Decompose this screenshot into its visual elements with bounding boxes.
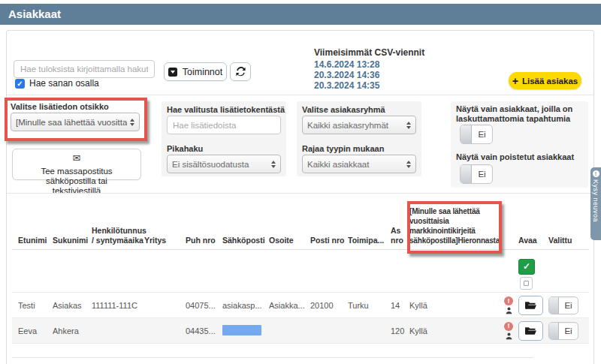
refresh-button[interactable] [230,62,251,81]
type-filter-label: Rajaa tyypin mukaan [302,144,384,153]
col-header-toimipaikka: Toimipa... [348,236,391,245]
customer-group-select[interactable]: Kaikki asiakasryhmät [302,116,416,134]
col-header-osoite: Osoite [269,236,310,245]
deleted-toggle[interactable]: Ei [460,164,493,184]
cell-toimipaikka: Turku [348,301,391,310]
checkbox-empty-icon [524,281,529,286]
help-tab-label: Kysy neuvoa [592,179,599,222]
plus-icon: + [512,76,518,86]
col-header-as-nro: As nro [391,226,409,245]
warning-circle-icon: ! [504,322,513,331]
cell-marketing: Kyllä [409,301,499,310]
col-header-valittu: Valittu [548,236,589,245]
select-arrows-icon [271,161,276,168]
extra-info-title-select[interactable]: [Minulle saa lähettää vuosittaisia [11,113,140,131]
divider [7,95,593,95]
cell-etunimi: Testi [18,301,53,310]
cell-marketing: Kyllä [409,326,499,335]
table-row[interactable]: Eeva Ahkera 04435... 120 Kyllä ! Ei [12,318,589,344]
partial-word-label: Hae sanan osalla [29,78,99,89]
csv-export-link[interactable]: 14.6.2024 13:28 [314,59,424,70]
select-all-checkbox[interactable] [520,277,533,290]
col-header-marketing: [Minulle saa lähettää vuosittaisia markk… [409,206,499,245]
divider [7,193,593,194]
caret-square-down-icon [168,68,177,77]
col-header-sukunimi: Sukunimi [53,236,92,245]
toggle-knob [549,297,559,314]
csv-export-link[interactable]: 20.3.2024 14:35 [314,80,424,91]
cell-posti-nro: 20100 [310,301,348,310]
cell-osoite: Asiakka... [269,301,310,310]
table-header-row: Etunimi Sukunimi Henkilötunnus / syntymä… [12,197,589,250]
cell-sukunimi: Ahkera [53,326,92,335]
toggle-knob [549,323,559,339]
cell-sahkoposti [222,325,269,337]
col-header-yritys: Yritys [144,236,186,245]
csv-exports: Viimeisimmät CSV-viennit 14.6.2024 13:28… [314,47,424,91]
col-header-henkilotunnus: Henkilötunnus / syntymäaika [92,226,144,245]
cell-as-nro: 14 [391,301,409,310]
select-arrows-icon [406,122,411,129]
col-header-sahkoposti: Sähköposti [222,236,269,245]
add-customer-button[interactable]: + Lisää asiakas [509,72,581,89]
search-input[interactable] [14,60,155,78]
warning-circle-icon: ! [504,296,513,305]
extra-info-search-label: Hae valitusta lisätietokentästä [167,105,285,114]
unbilled-toggle[interactable]: Ei [460,125,493,144]
cell-sukunimi: Asiakas [53,301,92,310]
unbilled-toggle-label: Näytä vain asiakkaat, joilla on laskutta… [456,104,585,124]
csv-export-link[interactable]: 20.3.2024 14:36 [314,70,424,80]
table-row[interactable]: Testi Asiakas 111111-111C 04075... asiak… [12,293,589,318]
folder-open-icon [525,326,536,335]
extra-info-search-input[interactable] [167,116,281,134]
col-header-etunimi: Etunimi [18,236,53,245]
quick-search-label: Pikahaku [167,144,203,153]
col-header-puh-nro: Puh nro [186,236,222,245]
help-tab[interactable]: ! Kysy neuvoa [590,167,601,240]
mass-mail-button[interactable]: ✉ Tee massapostitus sähköpostilla tai te… [12,149,141,180]
envelope-icon: ✉ [73,152,81,164]
cell-puh-nro: 04075... [186,301,222,310]
toggle-knob [461,165,472,183]
type-filter-select[interactable]: Kaikki asiakkaat [302,155,416,173]
divider [12,357,533,358]
partial-word-option: ✓ Hae sanan osalla [15,78,99,89]
quick-search-select[interactable]: Ei sisältösuodatusta [167,155,281,173]
select-arrows-icon [406,161,411,168]
deleted-toggle-label: Näytä vain poistetut asiakkaat [456,152,585,162]
select-all-button[interactable]: ✓ [518,259,535,275]
select-all-row: ✓ [12,251,589,293]
user-icon [505,332,513,340]
open-customer-button[interactable] [518,321,543,341]
folder-open-icon [525,301,536,310]
selected-toggle[interactable]: Ei [548,322,578,340]
open-customer-button[interactable] [518,296,543,315]
sync-icon [236,67,246,77]
customer-group-label: Valitse asiakasryhmä [302,105,385,114]
extra-info-title-label: Valitse lisätiedon otsikko [11,102,109,111]
redacted-email-highlight [222,325,261,335]
cell-as-nro: 120 [391,326,409,335]
cell-sahkoposti: asiakasp... [222,301,269,310]
cell-puh-nro: 04435... [186,326,222,335]
csv-exports-title: Viimeisimmät CSV-viennit [314,47,424,58]
partial-word-checkbox[interactable]: ✓ [15,79,25,89]
info-icon: ! [593,170,599,177]
toggle-knob [461,125,472,143]
col-header-posti-nro: Posti nro [310,236,348,245]
cell-henkilotunnus: 111111-111C [92,301,144,310]
user-icon [505,306,513,314]
actions-button[interactable]: Toiminnot [164,62,227,81]
selected-toggle[interactable]: Ei [548,296,578,314]
col-header-avaa: Avaa [518,236,548,245]
select-arrows-icon [130,119,134,126]
cell-etunimi: Eeva [18,326,53,335]
page-title: Asiakkaat [0,4,601,25]
